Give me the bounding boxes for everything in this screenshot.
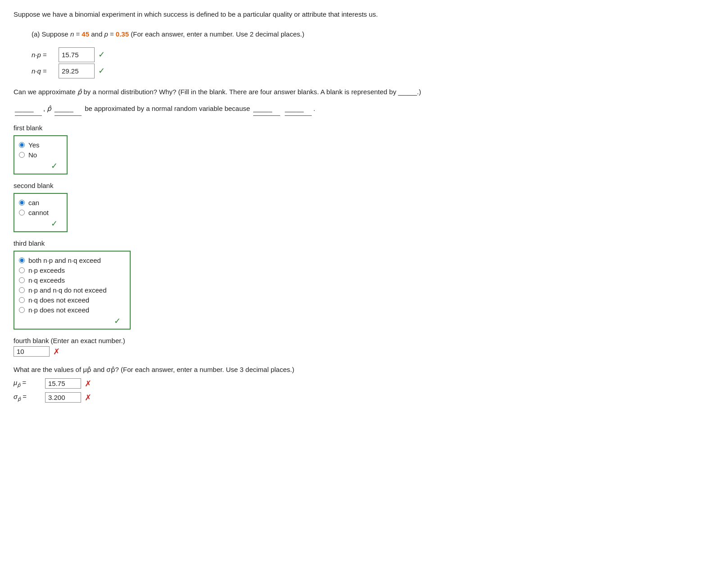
and-text: and p =	[91, 30, 116, 38]
phat-display: p̂	[47, 105, 53, 112]
first-blank-no-label: No	[28, 151, 37, 159]
nq-row: n·q = 29.25 ✓	[32, 64, 714, 78]
main-question-text: Suppose we have a binomial experiment in…	[14, 10, 378, 18]
mu-cross-icon: ✗	[85, 379, 91, 389]
first-blank-section: first blank Yes No ✓	[14, 124, 714, 174]
mu-row: μp̂ = 15.75 ✗	[14, 378, 714, 389]
np-row: n·p = 15.75 ✓	[32, 47, 714, 62]
third-blank-npnq-not-option[interactable]: n·p and n·q do not exceed	[19, 286, 125, 294]
first-blank-yes-option[interactable]: Yes	[19, 141, 62, 149]
third-blank-check-line: ✓	[19, 316, 125, 326]
fourth-blank-cross-icon: ✗	[53, 347, 60, 357]
third-blank-nq-not-option[interactable]: n·q does not exceed	[19, 296, 125, 304]
second-blank-section: second blank can cannot ✓	[14, 182, 714, 232]
np-check-icon: ✓	[98, 47, 105, 62]
part-a-intro: (a) Suppose n = 45 and p = 0.35 (For eac…	[32, 28, 714, 40]
third-blank-both-label: both n·p and n·q exceed	[28, 257, 101, 264]
fourth-blank-section: fourth blank (Enter an exact number.) 10…	[14, 337, 714, 357]
third-blank-label: third blank	[14, 239, 714, 247]
second-blank-check-line: ✓	[19, 219, 62, 229]
third-blank-nq-not-label: n·q does not exceed	[28, 296, 89, 304]
first-blank-label: first blank	[14, 124, 714, 132]
third-blank-npnq-not-radio[interactable]	[19, 287, 25, 293]
blank2-display: _____	[55, 102, 82, 116]
third-blank-nq-label: n·q exceeds	[28, 276, 65, 284]
approx-question: Can we approximate p̂ by a normal distri…	[14, 87, 714, 97]
sigma-input[interactable]: 3.200	[45, 392, 81, 403]
nq-input[interactable]: 29.25	[59, 64, 95, 78]
fourth-blank-label: fourth blank (Enter an exact number.)	[14, 337, 714, 344]
third-blank-box: both n·p and n·q exceed n·p exceeds n·q …	[14, 251, 131, 330]
n-value: 45	[82, 30, 89, 38]
second-blank-cannot-label: cannot	[28, 209, 49, 216]
mu-label: μp̂ =	[14, 379, 45, 388]
third-blank-np-not-option[interactable]: n·p does not exceed	[19, 306, 125, 314]
sigma-row: σp̂ = 3.200 ✗	[14, 392, 714, 403]
third-blank-np-option[interactable]: n·p exceeds	[19, 266, 125, 274]
np-label: n·p =	[32, 49, 59, 61]
third-blank-np-not-radio[interactable]	[19, 307, 25, 313]
first-blank-check-icon: ✓	[51, 161, 58, 171]
third-blank-np-label: n·p exceeds	[28, 266, 65, 274]
part-a-label: (a) Suppose	[32, 30, 68, 38]
second-blank-label: second blank	[14, 182, 714, 189]
second-blank-check-icon: ✓	[51, 219, 58, 229]
blank1-display: _____	[15, 102, 42, 116]
np-input[interactable]: 15.75	[59, 47, 95, 62]
second-blank-can-radio[interactable]	[19, 200, 25, 206]
third-blank-np-not-label: n·p does not exceed	[28, 306, 89, 314]
third-blank-section: third blank both n·p and n·q exceed n·p …	[14, 239, 714, 330]
fill-line: _____, p̂ _____ be approximated by a nor…	[14, 102, 714, 116]
part-a-section: (a) Suppose n = 45 and p = 0.35 (For eac…	[32, 28, 714, 78]
second-blank-cannot-option[interactable]: cannot	[19, 209, 62, 216]
fourth-blank-row: 10 ✗	[14, 346, 714, 357]
first-blank-no-option[interactable]: No	[19, 151, 62, 159]
first-blank-no-radio[interactable]	[19, 152, 25, 158]
second-blank-can-option[interactable]: can	[19, 199, 62, 206]
fill-text1: be approximated by a normal random varia…	[85, 105, 252, 112]
nq-check-icon: ✓	[98, 64, 105, 78]
blank4-display: _____	[285, 102, 312, 116]
second-blank-cannot-radio[interactable]	[19, 210, 25, 216]
third-blank-check-icon: ✓	[114, 316, 121, 326]
blank3-display: _____	[253, 102, 280, 116]
mu-input[interactable]: 15.75	[45, 378, 81, 389]
approx-question-text: Can we approximate p̂ by a normal distri…	[14, 88, 421, 96]
main-question: Suppose we have a binomial experiment in…	[14, 9, 714, 20]
fourth-blank-input[interactable]: 10	[14, 346, 50, 357]
third-blank-nq-not-radio[interactable]	[19, 297, 25, 303]
third-blank-npnq-not-label: n·p and n·q do not exceed	[28, 286, 106, 294]
mu-sigma-section: What are the values of μp̂ and σp̂? (For…	[14, 366, 714, 403]
first-blank-yes-label: Yes	[28, 141, 39, 149]
first-blank-box: Yes No ✓	[14, 135, 68, 174]
p-value: 0.35	[116, 30, 129, 38]
second-blank-box: can cannot ✓	[14, 193, 68, 232]
part-a-instruction: (For each answer, enter a number. Use 2 …	[131, 30, 304, 38]
second-blank-can-label: can	[28, 199, 39, 206]
nq-label: n·q =	[32, 65, 59, 77]
mu-sigma-question: What are the values of μp̂ and σp̂? (For…	[14, 366, 714, 374]
sigma-cross-icon: ✗	[85, 393, 91, 403]
third-blank-np-radio[interactable]	[19, 267, 25, 273]
third-blank-nq-radio[interactable]	[19, 277, 25, 283]
n-equals: n =	[70, 30, 82, 38]
third-blank-both-radio[interactable]	[19, 257, 25, 263]
first-blank-check-line: ✓	[19, 161, 62, 171]
first-blank-yes-radio[interactable]	[19, 142, 25, 148]
third-blank-nq-option[interactable]: n·q exceeds	[19, 276, 125, 284]
third-blank-both-option[interactable]: both n·p and n·q exceed	[19, 257, 125, 264]
sigma-label: σp̂ =	[14, 393, 45, 402]
